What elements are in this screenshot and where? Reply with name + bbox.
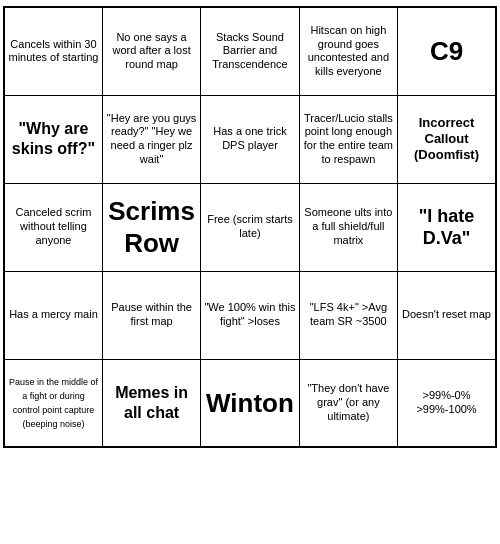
- cell-1-0: "Why are skins off?": [4, 95, 102, 183]
- bingo-grid: Cancels within 30 minutes of startingNo …: [3, 6, 497, 448]
- cell-1-1: "Hey are you guys ready?" "Hey we need a…: [102, 95, 200, 183]
- cell-1-2: Has a one trick DPS player: [201, 95, 299, 183]
- cell-1-4: Incorrect Callout (Doomfist): [398, 95, 496, 183]
- cell-0-3: Hitscan on high ground goes uncontested …: [299, 7, 397, 95]
- cell-3-2: "We 100% win this fight" >loses: [201, 271, 299, 359]
- cell-2-4: "I hate D.Va": [398, 183, 496, 271]
- cell-0-2: Stacks Sound Barrier and Transcendence: [201, 7, 299, 95]
- cell-0-1: No one says a word after a lost round ma…: [102, 7, 200, 95]
- cell-4-1: Memes in all chat: [102, 359, 200, 447]
- cell-0-0: Cancels within 30 minutes of starting: [4, 7, 102, 95]
- cell-1-3: Tracer/Lucio stalls point long enough fo…: [299, 95, 397, 183]
- cell-2-3: Someone ults into a full shield/full mat…: [299, 183, 397, 271]
- cell-2-2: Free (scrim starts late): [201, 183, 299, 271]
- cell-4-4: >99%-0% >99%-100%: [398, 359, 496, 447]
- cell-3-4: Doesn't reset map: [398, 271, 496, 359]
- cell-3-1: Pause within the first map: [102, 271, 200, 359]
- cell-4-2: Winton: [201, 359, 299, 447]
- cell-3-0: Has a mercy main: [4, 271, 102, 359]
- cell-4-3: "They don't have grav" (or any ultimate): [299, 359, 397, 447]
- cell-2-0: Canceled scrim without telling anyone: [4, 183, 102, 271]
- cell-0-4: C9: [398, 7, 496, 95]
- cell-3-3: "LFS 4k+" >Avg team SR ~3500: [299, 271, 397, 359]
- cell-2-1: Scrims Row: [102, 183, 200, 271]
- cell-4-0: Pause in the middle of a fight or during…: [4, 359, 102, 447]
